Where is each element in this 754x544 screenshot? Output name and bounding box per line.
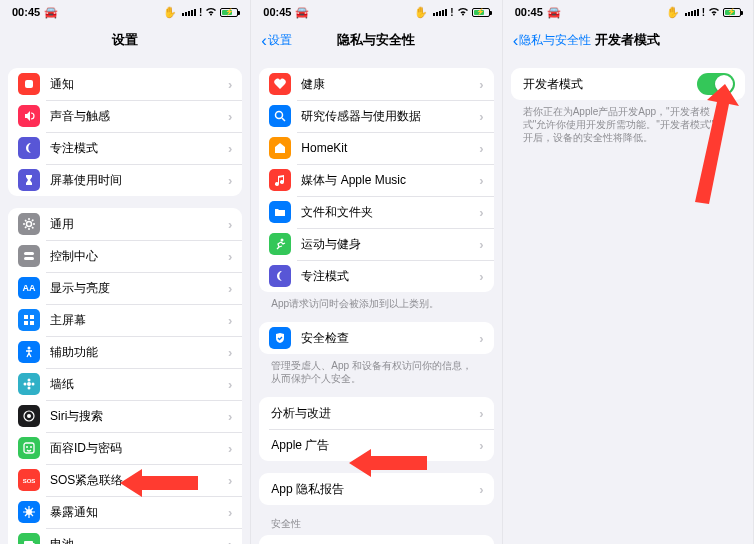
- page-title: 设置: [112, 31, 138, 49]
- status-bar: 00:45🚘 ✋ ! ⚡: [503, 0, 753, 24]
- health-icon: [269, 73, 291, 95]
- settings-row[interactable]: Siri与搜索›: [8, 400, 242, 432]
- settings-row[interactable]: 电池›: [8, 528, 242, 544]
- row-label: 辅助功能: [50, 344, 228, 361]
- nav-bar: ‹隐私与安全性 开发者模式: [503, 24, 753, 56]
- settings-row[interactable]: 通用›: [8, 208, 242, 240]
- settings-row[interactable]: 专注模式›: [8, 132, 242, 164]
- back-button[interactable]: ‹设置: [261, 32, 292, 49]
- svg-point-10: [27, 382, 31, 386]
- settings-row[interactable]: HomeKit›: [259, 132, 493, 164]
- row-label: 通用: [50, 216, 228, 233]
- svg-rect-7: [24, 321, 28, 325]
- moon-icon: [269, 265, 291, 287]
- row-label: 健康: [301, 76, 479, 93]
- svg-point-12: [28, 387, 31, 390]
- battery-icon: ⚡: [220, 8, 238, 17]
- settings-row[interactable]: 辅助功能›: [8, 336, 242, 368]
- chevron-right-icon: ›: [479, 269, 483, 284]
- back-button[interactable]: ‹隐私与安全性: [513, 32, 592, 49]
- car-icon: 🚘: [44, 6, 58, 19]
- settings-row[interactable]: 墙纸›: [8, 368, 242, 400]
- nav-bar: ‹设置 隐私与安全性: [251, 24, 501, 56]
- chevron-right-icon: ›: [479, 205, 483, 220]
- aa-icon: AA: [18, 277, 40, 299]
- rotation-lock-icon: ✋: [163, 6, 177, 19]
- chevron-right-icon: ›: [228, 377, 232, 392]
- settings-row[interactable]: 专注模式›: [259, 260, 493, 292]
- group-safety-check: 安全检查›: [259, 322, 493, 354]
- settings-row[interactable]: 主屏幕›: [8, 304, 242, 336]
- chevron-right-icon: ›: [228, 109, 232, 124]
- chevron-right-icon: ›: [479, 173, 483, 188]
- status-bar: 00:45🚘 ✋ ! ⚡: [0, 0, 250, 24]
- row-developer-mode[interactable]: 开发者模式: [511, 68, 745, 100]
- chevron-right-icon: ›: [228, 141, 232, 156]
- chevron-right-icon: ›: [479, 331, 483, 346]
- chevron-right-icon: ›: [228, 505, 232, 520]
- row-label: Apple 广告: [271, 437, 479, 454]
- settings-row[interactable]: 屏幕使用时间›: [8, 164, 242, 196]
- phone-settings: 00:45🚘 ✋ ! ⚡ 设置 通知›声音与触感›专注模式›屏幕使用时间› 通用…: [0, 0, 251, 544]
- virus-icon: [18, 501, 40, 523]
- settings-row[interactable]: 通知›: [8, 68, 242, 100]
- settings-row[interactable]: SOSSOS紧急联络›: [8, 464, 242, 496]
- row-label: 专注模式: [50, 140, 228, 157]
- toggle-switch[interactable]: [697, 73, 735, 95]
- chevron-right-icon: ›: [228, 217, 232, 232]
- settings-row[interactable]: 暴露通知›: [8, 496, 242, 528]
- chevron-right-icon: ›: [479, 109, 483, 124]
- chevron-right-icon: ›: [479, 438, 483, 453]
- chevron-right-icon: ›: [479, 77, 483, 92]
- signal-icon: [182, 9, 196, 16]
- switches-icon: [18, 245, 40, 267]
- row-label: 通知: [50, 76, 228, 93]
- svg-point-1: [27, 222, 32, 227]
- grid-icon: [18, 309, 40, 331]
- row-label: 媒体与 Apple Music: [301, 172, 479, 189]
- status-bar: 00:45🚘 ✋ ! ⚡: [251, 0, 501, 24]
- section-header: 安全性: [259, 505, 493, 535]
- group-developer-toggle: 开发者模式: [511, 68, 745, 100]
- settings-row[interactable]: 控制中心›: [8, 240, 242, 272]
- row-label: 控制中心: [50, 248, 228, 265]
- svg-rect-2: [24, 252, 34, 255]
- row-label: 开发者模式: [523, 76, 697, 93]
- settings-row[interactable]: App 隐私报告›: [259, 473, 493, 505]
- settings-row[interactable]: Apple 广告›: [259, 429, 493, 461]
- row-label: 屏幕使用时间: [50, 172, 228, 189]
- sos-icon: SOS: [18, 469, 40, 491]
- footer-note: 若你正在为Apple产品开发App，"开发者模式"允许你使用开发所需功能。"开发…: [511, 100, 745, 144]
- settings-row[interactable]: 媒体与 Apple Music›: [259, 164, 493, 196]
- folder-icon: [269, 201, 291, 223]
- row-label: 电池: [50, 536, 228, 545]
- settings-row[interactable]: AA显示与亮度›: [8, 272, 242, 304]
- settings-row[interactable]: 安全检查›: [259, 322, 493, 354]
- row-label: 专注模式: [301, 268, 479, 285]
- gear-icon: [18, 213, 40, 235]
- chevron-right-icon: ›: [228, 473, 232, 488]
- chevron-left-icon: ‹: [513, 32, 519, 49]
- group-general: 通用›控制中心›AA显示与亮度›主屏幕›辅助功能›墙纸›Siri与搜索›面容ID…: [8, 208, 242, 544]
- row-label: App 隐私报告: [271, 481, 479, 498]
- battery-icon: [18, 533, 40, 544]
- row-label: HomeKit: [301, 141, 479, 155]
- settings-row[interactable]: 运动与健身›: [259, 228, 493, 260]
- svg-point-27: [281, 239, 284, 242]
- settings-row[interactable]: 声音与触感›: [8, 100, 242, 132]
- settings-row[interactable]: 分析与改进›: [259, 397, 493, 429]
- row-label: 显示与亮度: [50, 280, 228, 297]
- settings-row[interactable]: 健康›: [259, 68, 493, 100]
- notif-icon: [18, 73, 40, 95]
- group-data-access: 健康›研究传感器与使用数据›HomeKit›媒体与 Apple Music›文件…: [259, 68, 493, 292]
- settings-row[interactable]: 研究传感器与使用数据›: [259, 100, 493, 132]
- chevron-right-icon: ›: [479, 482, 483, 497]
- row-label: 文件和文件夹: [301, 204, 479, 221]
- settings-row[interactable]: 开发者模式打开›: [259, 535, 493, 544]
- svg-point-26: [276, 112, 283, 119]
- settings-row[interactable]: 面容ID与密码›: [8, 432, 242, 464]
- settings-row[interactable]: 文件和文件夹›: [259, 196, 493, 228]
- phone-privacy: 00:45🚘 ✋ ! ⚡ ‹设置 隐私与安全性 健康›研究传感器与使用数据›Ho…: [251, 0, 502, 544]
- group-security: 开发者模式打开›锁定模式关闭›: [259, 535, 493, 544]
- chevron-right-icon: ›: [228, 537, 232, 545]
